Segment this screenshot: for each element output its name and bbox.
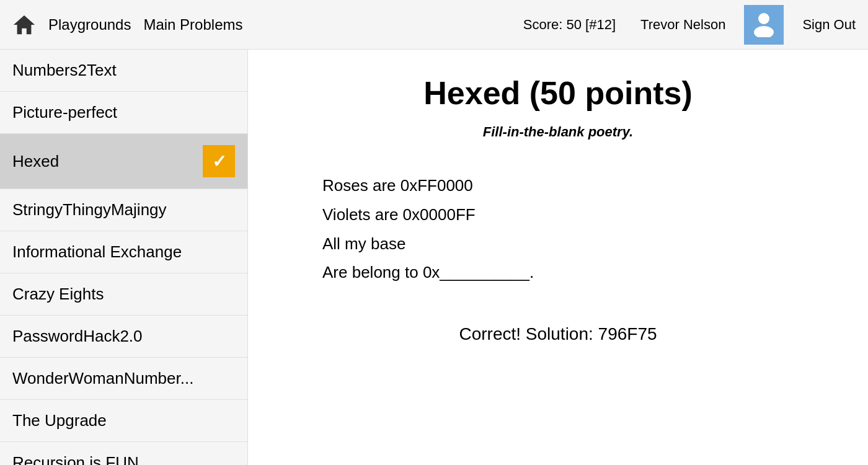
user-avatar-icon — [750, 10, 777, 40]
svg-point-2 — [754, 26, 774, 37]
problem-subtitle: Fill-in-the-blank poetry. — [285, 124, 831, 140]
sidebar: Numbers2TextPicture-perfectHexed✓Stringy… — [0, 50, 248, 465]
poem-line: Violets are 0x0000FF — [322, 200, 831, 229]
checkmark-badge: ✓ — [203, 145, 235, 177]
sidebar-item-label: WonderWomanNumber... — [12, 369, 193, 388]
sidebar-item-label: Informational Exchange — [12, 242, 182, 262]
sidebar-item-label: Numbers2Text — [12, 61, 117, 80]
sidebar-item-label: Recursion is FUN — [12, 453, 139, 465]
header: Playgrounds Main Problems Score: 50 [#12… — [0, 0, 868, 50]
username-display: Trevor Nelson — [640, 17, 725, 33]
svg-point-1 — [758, 13, 769, 24]
sidebar-item-wonderwoman[interactable]: WonderWomanNumber... — [0, 358, 247, 400]
sidebar-item-label: Picture-perfect — [12, 103, 117, 122]
poem-line: Are belong to 0x__________. — [322, 258, 831, 287]
sidebar-item-hexed[interactable]: Hexed✓ — [0, 134, 247, 189]
content-area: Hexed (50 points) Fill-in-the-blank poet… — [248, 50, 868, 465]
poem-block: Roses are 0xFF0000Violets are 0x0000FFAl… — [322, 171, 831, 287]
poem-line: All my base — [322, 229, 831, 259]
sidebar-item-label: Crazy Eights — [12, 285, 104, 304]
signout-button[interactable]: Sign Out — [802, 17, 856, 33]
sidebar-item-label: The Upgrade — [12, 411, 107, 430]
main-layout: Numbers2TextPicture-perfectHexed✓Stringy… — [0, 50, 868, 465]
sidebar-item-stringy[interactable]: StringyThingyMajingy — [0, 189, 247, 231]
nav-playgrounds[interactable]: Playgrounds — [48, 16, 131, 33]
sidebar-item-informational[interactable]: Informational Exchange — [0, 231, 247, 273]
problem-title: Hexed (50 points) — [285, 74, 831, 112]
sidebar-item-label: StringyThingyMajingy — [12, 200, 167, 219]
sidebar-item-passwordhack[interactable]: PasswordHack2.0 — [0, 316, 247, 358]
score-display: Score: 50 [#12] — [523, 17, 616, 33]
svg-marker-0 — [14, 15, 35, 33]
avatar — [744, 5, 784, 45]
sidebar-item-label: Hexed — [12, 152, 59, 171]
sidebar-item-picture-perfect[interactable]: Picture-perfect — [0, 92, 247, 134]
home-button[interactable] — [12, 13, 36, 37]
sidebar-item-numbers2text[interactable]: Numbers2Text — [0, 50, 247, 92]
sidebar-item-upgrade[interactable]: The Upgrade — [0, 400, 247, 442]
sidebar-item-crazy-eights[interactable]: Crazy Eights — [0, 273, 247, 316]
home-icon — [12, 13, 36, 37]
sidebar-item-recursion[interactable]: Recursion is FUN — [0, 442, 247, 465]
sidebar-item-label: PasswordHack2.0 — [12, 327, 143, 346]
poem-line: Roses are 0xFF0000 — [322, 171, 831, 200]
solution-text: Correct! Solution: 796F75 — [285, 324, 831, 344]
nav-main-problems[interactable]: Main Problems — [143, 16, 242, 33]
